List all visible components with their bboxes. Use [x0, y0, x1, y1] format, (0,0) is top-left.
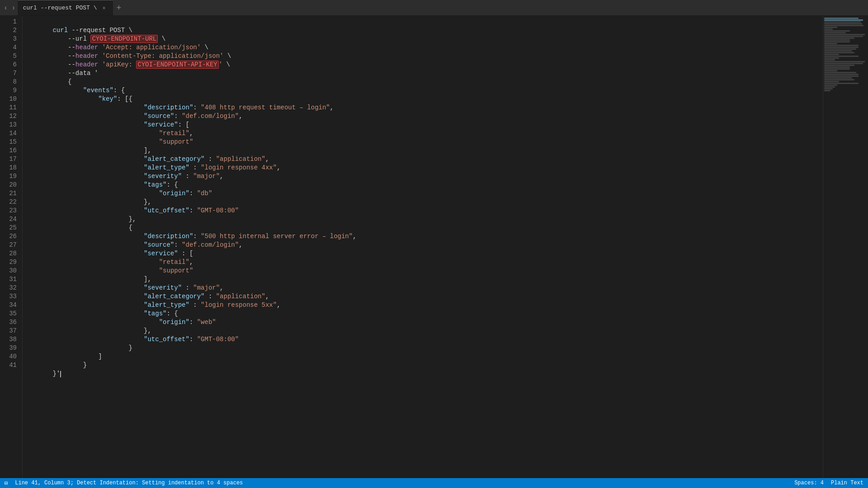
line-num-19: 19	[0, 172, 22, 181]
code-line-36: },	[30, 318, 823, 327]
text-cursor	[60, 371, 61, 377]
add-tab-button[interactable]: +	[113, 0, 125, 15]
code-line-35: "origin": "web"	[30, 310, 823, 318]
line-num-23: 23	[0, 206, 22, 215]
line-num-11: 11	[0, 103, 22, 112]
line-num-37: 37	[0, 327, 22, 335]
line-num-21: 21	[0, 189, 22, 198]
code-line-5: --header 'apiKey: CYOI-ENDPOINT-API-KEY'…	[30, 52, 823, 61]
forward-button[interactable]: ›	[9, 0, 17, 15]
active-tab[interactable]: curl --request POST \ ×	[18, 0, 113, 15]
code-line-25: "description": "500 http internal server…	[30, 224, 823, 232]
code-line-32: "alert_category" : "application",	[30, 284, 823, 292]
tab-bar: ‹ › curl --request POST \ × +	[0, 0, 868, 16]
line-num-16: 16	[0, 146, 22, 155]
code-line-18: "severity" : "major",	[30, 164, 823, 172]
minimap-content	[824, 18, 867, 91]
code-line-17: "alert_type" : "login response 4xx",	[30, 155, 823, 164]
code-line-39: ]	[30, 344, 823, 352]
line-num-40: 40	[0, 352, 22, 361]
line-num-3: 3	[0, 35, 22, 43]
code-line-2: --url CYOI-ENDPOINT-URL \	[30, 26, 823, 35]
code-line-13: "retail",	[30, 121, 823, 129]
code-line-26: "source": "def.com/login",	[30, 232, 823, 241]
line-num-38: 38	[0, 335, 22, 344]
line-num-4: 4	[0, 43, 22, 52]
line-num-12: 12	[0, 112, 22, 121]
line-num-7: 7	[0, 69, 22, 78]
line-num-15: 15	[0, 138, 22, 146]
code-line-33: "alert_type" : "login response 5xx",	[30, 292, 823, 301]
code-line-3: --header 'Accept: application/json' \	[30, 35, 823, 43]
code-editor[interactable]: curl --request POST \ --url CYOI-ENDPOIN…	[23, 16, 823, 478]
code-line-34: "tags": {	[30, 301, 823, 310]
tab-label: curl --request POST \	[23, 5, 97, 11]
line-num-1: 1	[0, 18, 22, 26]
minimap	[823, 16, 868, 478]
line-num-20: 20	[0, 181, 22, 189]
status-right: Spaces: 4 Plain Text	[794, 480, 863, 486]
code-line-22: "utc_offset": "GMT-08:00"	[30, 198, 823, 206]
code-line-37: "utc_offset": "GMT-08:00"	[30, 327, 823, 335]
code-line-38: }	[30, 335, 823, 344]
line-num-31: 31	[0, 275, 22, 284]
line-num-13: 13	[0, 121, 22, 129]
line-num-28: 28	[0, 249, 22, 258]
code-line-30: ],	[30, 267, 823, 275]
line-num-35: 35	[0, 310, 22, 318]
code-line-7: {	[30, 69, 823, 78]
code-line-29: "support"	[30, 258, 823, 267]
status-left: ⊟ Line 41, Column 3; Detect Indentation:…	[5, 480, 243, 487]
editor-container: 1 2 3 4 5 6 7 8 9 10 11 12 13 14 15 16 1…	[0, 16, 868, 478]
code-line-12: "service": [	[30, 112, 823, 121]
line-num-27: 27	[0, 241, 22, 249]
line-num-10: 10	[0, 95, 22, 103]
line-numbers: 1 2 3 4 5 6 7 8 9 10 11 12 13 14 15 16 1…	[0, 16, 23, 478]
line-num-25: 25	[0, 224, 22, 232]
code-line-24: {	[30, 215, 823, 224]
line-num-26: 26	[0, 232, 22, 241]
line-num-33: 33	[0, 292, 22, 301]
code-line-23: },	[30, 206, 823, 215]
code-line-21: },	[30, 189, 823, 198]
code-line-8: "events": {	[30, 78, 823, 86]
code-line-27: "service" : [	[30, 241, 823, 249]
line-num-17: 17	[0, 155, 22, 164]
code-line-41: }'	[30, 361, 823, 370]
line-num-29: 29	[0, 258, 22, 267]
code-line-15: ],	[30, 138, 823, 146]
code-line-1: curl --request POST \	[30, 18, 823, 26]
code-line-6: --data '	[30, 61, 823, 69]
status-bar: ⊟ Line 41, Column 3; Detect Indentation:…	[0, 478, 868, 488]
status-warning-icon: ⊟	[5, 480, 8, 487]
line-num-36: 36	[0, 318, 22, 327]
line-num-14: 14	[0, 129, 22, 138]
line-num-39: 39	[0, 344, 22, 352]
code-line-40: }	[30, 352, 823, 361]
code-line-20: "origin": "db"	[30, 181, 823, 189]
code-line-16: "alert_category" : "application",	[30, 146, 823, 155]
line-num-41: 41	[0, 361, 22, 370]
tab-close-button[interactable]: ×	[100, 4, 107, 12]
line-num-22: 22	[0, 198, 22, 206]
code-line-11: "source": "def.com/login",	[30, 103, 823, 112]
line-num-18: 18	[0, 164, 22, 172]
line-num-8: 8	[0, 78, 22, 86]
code-line-19: "tags": {	[30, 172, 823, 181]
status-info-text: Line 41, Column 3; Detect Indentation: S…	[15, 480, 243, 486]
line-num-34: 34	[0, 301, 22, 310]
code-line-31: "severity" : "major",	[30, 275, 823, 284]
code-line-14: "support"	[30, 129, 823, 138]
line-num-30: 30	[0, 267, 22, 275]
line-num-5: 5	[0, 52, 22, 61]
line-num-9: 9	[0, 86, 22, 95]
code-line-9: "key": [{	[30, 86, 823, 95]
code-line-28: "retail",	[30, 249, 823, 258]
status-language[interactable]: Plain Text	[831, 480, 863, 486]
code-line-10: "description": "408 http request timeout…	[30, 95, 823, 103]
line-num-2: 2	[0, 26, 22, 35]
line-num-6: 6	[0, 61, 22, 69]
line-num-24: 24	[0, 215, 22, 224]
back-button[interactable]: ‹	[2, 0, 9, 15]
status-spaces[interactable]: Spaces: 4	[794, 480, 824, 486]
